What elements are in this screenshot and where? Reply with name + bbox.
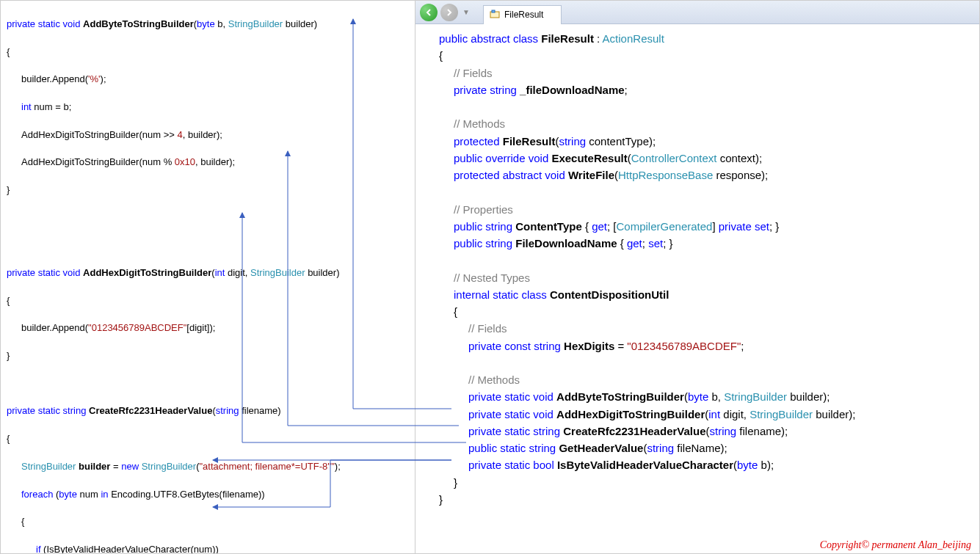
right-code-block: public abstract class FileResult : Actio… <box>415 24 979 514</box>
watermark: Copyright© permanent Alan_beijing <box>820 539 971 551</box>
kw: private static void <box>7 18 83 29</box>
comment: // Fields <box>424 65 970 81</box>
comment: // Methods <box>424 115 970 132</box>
method-name: AddByteToStringBuilder <box>83 18 194 29</box>
forward-button[interactable] <box>440 4 458 21</box>
class-icon <box>490 10 500 20</box>
arrow-right-icon <box>445 8 454 17</box>
comment: // Fields <box>424 320 970 337</box>
left-code-pane: private static void AddByteToStringBuild… <box>1 1 415 553</box>
comment: // Properties <box>424 201 970 218</box>
class-name: FileResult <box>541 32 594 45</box>
arrow-left-icon <box>424 8 433 17</box>
left-code-block: private static void AddByteToStringBuild… <box>7 4 409 553</box>
toolbar: ▼ FileResult <box>415 1 979 24</box>
right-pane: ▼ FileResult public abstract class FileR… <box>415 1 979 553</box>
tab-label: FileResult <box>504 10 543 20</box>
svg-rect-1 <box>492 10 495 12</box>
file-tab[interactable]: FileResult <box>483 5 562 24</box>
comment: // Methods <box>424 371 970 388</box>
nav-dropdown[interactable]: ▼ <box>461 7 471 18</box>
method-name: CreateRfc2231HeaderValue <box>89 405 212 416</box>
back-button[interactable] <box>420 4 438 21</box>
main-container: private static void AddByteToStringBuild… <box>0 0 980 554</box>
comment: // Nested Types <box>424 269 970 286</box>
method-name: AddHexDigitToStringBuilder <box>83 267 211 278</box>
